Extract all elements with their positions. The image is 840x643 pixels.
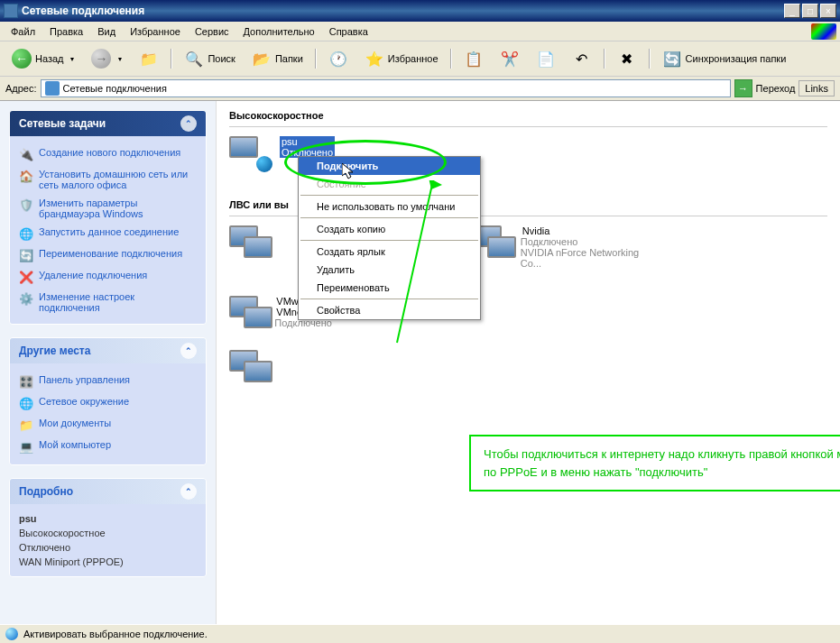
firewall-icon: 🛡️	[19, 197, 33, 212]
menu-favorites[interactable]: Избранное	[123, 24, 188, 39]
detail-status: Отключено	[19, 540, 197, 555]
toolbar: ← Назад ▼ → ▼ 📁 🔍 Поиск 📂 Папки 🕐 ⭐ Избр…	[0, 41, 840, 77]
network-tasks-body: 🔌Создание нового подключения 🏠Установить…	[10, 136, 206, 324]
separator	[450, 49, 452, 69]
menu-tools[interactable]: Сервис	[188, 24, 236, 39]
detail-name: psu	[19, 511, 197, 526]
start-icon: 🌐	[19, 226, 33, 241]
search-button[interactable]: 🔍 Поиск	[178, 45, 241, 72]
folders-button[interactable]: 📂 Папки	[245, 45, 309, 72]
go-button[interactable]: →	[734, 79, 752, 97]
annotation-box: Чтобы подключиться к интернету надо клик…	[469, 435, 840, 491]
task-home-network[interactable]: 🏠Установить домашнюю сеть или сеть малог…	[19, 165, 197, 194]
links-button[interactable]: Links	[798, 80, 835, 96]
connection-icon	[229, 296, 267, 332]
chevron-up-icon: ⌃	[180, 483, 197, 500]
divider	[229, 126, 827, 127]
paste-icon: 📄	[536, 49, 556, 69]
minimize-button[interactable]: _	[784, 4, 800, 18]
sync-icon: 🔄	[662, 49, 682, 69]
ctx-separator	[300, 240, 478, 241]
delete-icon: ❌	[19, 270, 33, 284]
other-places-header[interactable]: Другие места ⌃	[10, 338, 206, 363]
dropdown-icon: ▼	[116, 56, 123, 62]
ctx-properties[interactable]: Свойства	[299, 301, 480, 319]
ctx-not-default[interactable]: Не использовать по умолчани	[299, 197, 480, 216]
task-delete[interactable]: ❌Удаление подключения	[19, 266, 197, 288]
menu-help[interactable]: Справка	[322, 24, 375, 39]
back-label: Назад	[35, 53, 64, 64]
conn-name: Nvidia	[521, 225, 653, 236]
close-button[interactable]: ×	[820, 4, 836, 18]
address-input[interactable]: Сетевые подключения	[41, 79, 731, 97]
place-control-panel[interactable]: 🎛️Панель управления	[19, 371, 197, 392]
menu-extra[interactable]: Дополнительно	[236, 24, 322, 39]
task-start-connection[interactable]: 🌐Запустить данное соединение	[19, 223, 197, 244]
ctx-separator	[300, 299, 478, 299]
back-arrow-icon: ←	[12, 49, 32, 69]
forward-arrow-icon: →	[91, 49, 111, 69]
annotation-text: Чтобы подключиться к интернету надо клик…	[484, 446, 840, 481]
section-highspeed-title: Высокоскоростное	[229, 110, 827, 121]
task-new-connection[interactable]: 🔌Создание нового подключения	[19, 143, 197, 165]
dropdown-icon: ▼	[69, 56, 76, 62]
window-title: Сетевые подключения	[22, 5, 784, 17]
separator	[315, 49, 317, 69]
home-network-icon: 🏠	[19, 169, 33, 183]
app-icon	[4, 4, 18, 18]
connection-local-1[interactable]	[229, 225, 283, 269]
delete-button[interactable]: ✖	[611, 45, 643, 72]
details-header[interactable]: Подробно ⌃	[10, 479, 206, 504]
back-button[interactable]: ← Назад ▼	[5, 45, 81, 72]
maximize-button[interactable]: □	[802, 4, 818, 18]
history-icon: 🕐	[328, 49, 348, 69]
separator	[649, 49, 651, 69]
ctx-copy[interactable]: Создать копию	[299, 220, 480, 238]
other-places-body: 🎛️Панель управления 🌐Сетевое окружение 📁…	[10, 363, 206, 464]
ctx-rename[interactable]: Переименовать	[299, 279, 480, 297]
favorites-button[interactable]: ⭐ Избранное	[358, 45, 445, 72]
lan-row-2	[229, 350, 827, 386]
copy-button[interactable]: 📋	[457, 45, 490, 72]
paste-button[interactable]: 📄	[530, 45, 562, 72]
undo-button[interactable]: ↶	[566, 45, 598, 72]
place-documents[interactable]: 📁Мои документы	[19, 414, 197, 436]
panel-title: Подробно	[19, 485, 73, 498]
search-label: Поиск	[208, 53, 235, 64]
menu-edit[interactable]: Правка	[42, 24, 90, 39]
menu-view[interactable]: Вид	[90, 24, 123, 39]
new-connection-icon: 🔌	[19, 147, 33, 161]
settings-icon: ⚙️	[19, 291, 33, 306]
history-button[interactable]: 🕐	[322, 45, 355, 72]
connection-labels: psu Отключено	[280, 136, 335, 158]
separator	[604, 49, 605, 69]
place-network[interactable]: 🌐Сетевое окружение	[19, 392, 197, 414]
sync-button[interactable]: 🔄 Синхронизация папки	[656, 45, 793, 72]
forward-button[interactable]: → ▼	[85, 45, 129, 72]
task-rename[interactable]: 🔄Переименование подключения	[19, 244, 197, 266]
context-menu: Подключить Состояние Не использовать по …	[298, 156, 481, 320]
other-places-panel: Другие места ⌃ 🎛️Панель управления 🌐Сете…	[9, 337, 207, 465]
panel-title: Сетевые задачи	[19, 117, 106, 130]
task-settings[interactable]: ⚙️Изменение настроек подключения	[19, 288, 197, 317]
connection-local-2[interactable]	[229, 350, 283, 386]
conn-status: Подключено	[521, 236, 653, 247]
place-computer[interactable]: 💻Мой компьютер	[19, 436, 197, 457]
windows-flag-icon	[811, 23, 836, 40]
ctx-shortcut[interactable]: Создать ярлык	[299, 243, 480, 261]
address-label: Адрес:	[5, 83, 37, 94]
status-icon	[5, 628, 18, 640]
folders-label: Папки	[275, 53, 303, 64]
ctx-delete[interactable]: Удалить	[299, 261, 480, 279]
status-text: Активировать выбранное подключение.	[23, 629, 208, 639]
addressbar: Адрес: Сетевые подключения → Переход Lin…	[0, 77, 840, 101]
connection-labels: Nvidia Подключено NVIDIA nForce Networki…	[521, 225, 653, 269]
ctx-connect[interactable]: Подключить	[299, 157, 480, 175]
menu-file[interactable]: Файл	[4, 24, 42, 39]
task-firewall[interactable]: 🛡️Изменить параметры брандмауэра Windows	[19, 194, 197, 223]
connection-nvidia[interactable]: Nvidia Подключено NVIDIA nForce Networki…	[473, 225, 653, 269]
cut-button[interactable]: ✂️	[494, 45, 526, 72]
up-button[interactable]: 📁	[133, 45, 165, 72]
cut-icon: ✂️	[500, 49, 520, 69]
network-tasks-header[interactable]: Сетевые задачи ⌃	[10, 111, 206, 136]
